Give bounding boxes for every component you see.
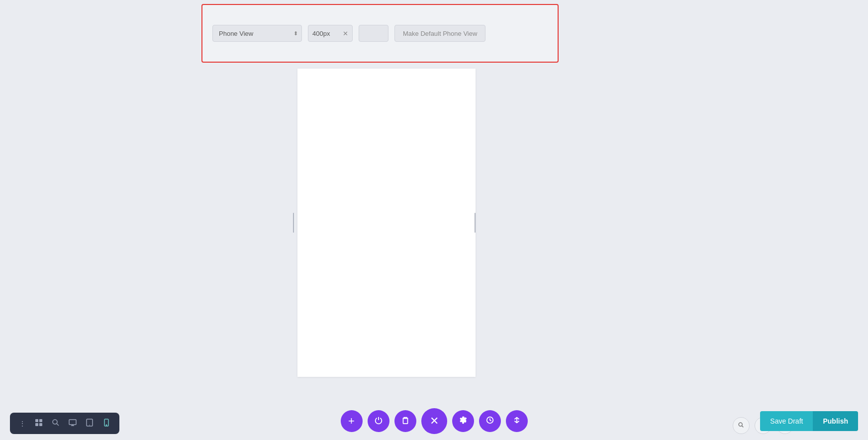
search-tool-button[interactable] — [733, 417, 750, 434]
width-extra-box — [359, 25, 388, 42]
layout-icon — [512, 416, 521, 427]
svg-point-4 — [53, 420, 57, 424]
svg-rect-3 — [39, 423, 42, 426]
power-icon — [374, 416, 383, 427]
left-tools-panel: ⋮ — [10, 413, 119, 434]
add-button[interactable]: + — [341, 410, 363, 432]
svg-rect-0 — [35, 419, 38, 422]
svg-line-17 — [742, 426, 743, 427]
svg-point-16 — [739, 423, 742, 426]
grid-icon — [35, 419, 43, 428]
gear-icon — [459, 416, 468, 427]
desktop-view-button[interactable] — [66, 417, 80, 430]
svg-rect-13 — [403, 418, 407, 424]
width-input[interactable] — [312, 30, 340, 37]
center-actions: + ✕ — [341, 408, 528, 434]
width-input-wrapper: ✕ — [308, 25, 353, 42]
trash-icon — [401, 416, 410, 427]
resize-handle-right[interactable] — [472, 69, 479, 377]
resize-handle-left[interactable] — [290, 69, 297, 377]
more-options-icon: ⋮ — [19, 420, 26, 428]
search-icon — [52, 419, 60, 428]
svg-line-5 — [57, 424, 59, 426]
tablet-view-button[interactable] — [83, 417, 96, 430]
view-toolbar-panel: Phone View ⬍ ✕ Make Default Phone View — [201, 4, 559, 63]
svg-rect-6 — [69, 420, 76, 425]
plus-icon: + — [348, 415, 355, 428]
svg-rect-1 — [39, 419, 42, 422]
phone-icon — [102, 419, 110, 428]
make-default-button[interactable]: Make Default Phone View — [394, 25, 485, 42]
close-button[interactable]: ✕ — [421, 408, 447, 434]
search-icon — [738, 422, 745, 430]
svg-point-10 — [89, 425, 90, 426]
more-options-button[interactable]: ⋮ — [16, 418, 29, 430]
publish-button[interactable]: Publish — [813, 411, 858, 431]
trash-button[interactable] — [394, 410, 416, 432]
power-button[interactable] — [368, 410, 389, 432]
svg-point-12 — [106, 425, 106, 425]
save-publish-area: Save Draft Publish — [760, 411, 858, 431]
phone-view-button[interactable] — [99, 417, 113, 430]
search-button[interactable] — [49, 417, 63, 430]
svg-rect-2 — [35, 423, 38, 426]
page-canvas — [297, 69, 476, 377]
canvas-area: Phone View ⬍ ✕ Make Default Phone View ⋮ — [0, 0, 868, 440]
history-button[interactable] — [479, 410, 501, 432]
desktop-icon — [69, 419, 77, 428]
clock-icon — [485, 416, 494, 427]
grid-view-button[interactable] — [32, 417, 46, 430]
view-select[interactable]: Phone View — [212, 25, 302, 42]
clear-width-button[interactable]: ✕ — [343, 30, 348, 37]
settings-button[interactable] — [452, 410, 474, 432]
close-icon: ✕ — [430, 415, 439, 428]
save-draft-button[interactable]: Save Draft — [760, 411, 813, 431]
view-select-wrapper: Phone View ⬍ — [212, 25, 302, 42]
tablet-icon — [86, 419, 94, 428]
layout-button[interactable] — [506, 410, 528, 432]
